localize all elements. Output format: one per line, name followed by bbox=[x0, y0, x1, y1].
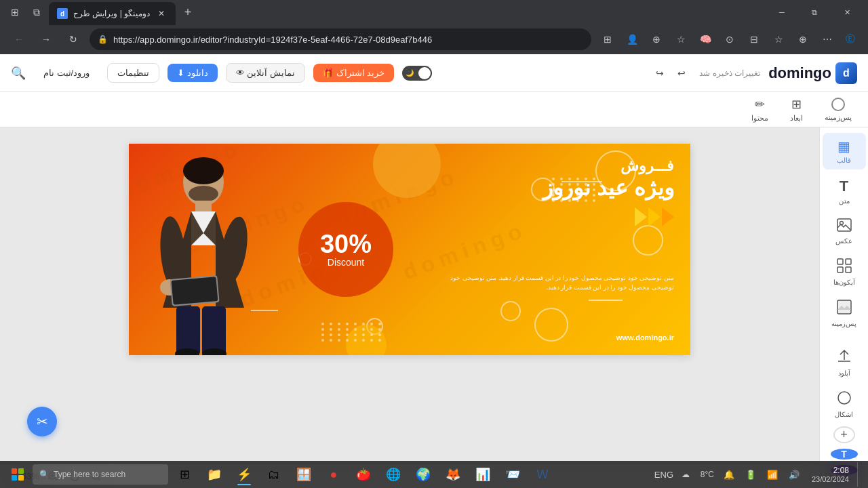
banner-title-area: فـــروش ویژه عید نوروز bbox=[430, 157, 674, 226]
arrow-1 bbox=[662, 207, 674, 226]
taskbar-app-pomodoro[interactable]: 🍅 bbox=[350, 462, 377, 487]
preview-btn[interactable]: نمایش آنلاین 👁 bbox=[226, 63, 305, 83]
banner[interactable]: domingo domingo domingo domingo domingo bbox=[129, 144, 690, 355]
sidebar-tool-shapes[interactable]: اشکال bbox=[823, 385, 866, 424]
taskbar-app-task-view[interactable]: ⊞ bbox=[171, 462, 198, 487]
dimensions-tool-icon: ⊞ bbox=[791, 97, 802, 112]
tab-close-btn[interactable]: ✕ bbox=[155, 7, 167, 20]
taskbar-clock[interactable]: 2:08 23/02/2024 bbox=[806, 466, 854, 483]
network-icon[interactable]: 📶 bbox=[763, 462, 782, 487]
browser-ext1-btn[interactable]: ⊙ bbox=[719, 28, 741, 50]
add-app-btn[interactable]: ⊕ bbox=[646, 28, 667, 50]
tool-dimensions[interactable]: ⊞ ابعاد bbox=[790, 97, 803, 123]
sidebar-tool-icons[interactable]: آیکون‌ها bbox=[823, 253, 866, 291]
sidebar-tool-text[interactable]: T متن bbox=[823, 172, 866, 210]
download-btn[interactable]: دانلود ⬇ bbox=[167, 64, 218, 82]
start-btn[interactable] bbox=[5, 462, 30, 487]
maximize-btn[interactable]: ⧉ bbox=[799, 1, 830, 23]
undo-btn[interactable]: ↩ bbox=[672, 64, 691, 83]
fab-button[interactable]: ✂ bbox=[27, 407, 57, 436]
collections-btn2[interactable]: ⊕ bbox=[792, 28, 814, 50]
arrow-decorations bbox=[430, 207, 674, 226]
shapes-label: اشکال bbox=[835, 411, 853, 418]
taskbar-app-edge[interactable]: ⚡ bbox=[231, 462, 258, 487]
tool-background[interactable]: پس‌زمینه bbox=[825, 98, 852, 122]
active-tab[interactable]: d دومینگو | ویرایش طرح ✕ bbox=[49, 2, 176, 25]
url-bar[interactable]: 🔒 https://app.domingo.ir/editor?industry… bbox=[90, 28, 591, 50]
tab-switcher-btn[interactable]: ⧉ bbox=[27, 3, 46, 22]
taskbar-app-greenapp[interactable]: 📊 bbox=[469, 462, 496, 487]
svg-point-1 bbox=[183, 157, 224, 184]
main-area: domingo domingo domingo domingo domingo bbox=[0, 127, 868, 464]
new-tab-btn[interactable]: ⊞ bbox=[5, 3, 24, 22]
tab-bar: ⊞ ⧉ d دومینگو | ویرایش طرح ✕ + ─ ⧉ ✕ bbox=[0, 0, 868, 24]
sidebar-tool-upload[interactable]: آپلود bbox=[823, 344, 866, 382]
security-icon: 🔒 bbox=[98, 35, 108, 44]
favorites-bar-btn[interactable]: ☆ bbox=[768, 28, 789, 50]
header-search-icon[interactable]: 🔍 bbox=[11, 66, 26, 81]
chrome-icon: 🌐 bbox=[386, 467, 401, 482]
weather-icon[interactable]: ☁ bbox=[676, 462, 695, 487]
sidebar-tool-image[interactable]: عکس bbox=[823, 213, 866, 250]
tool-content[interactable]: ✏ محتوا bbox=[751, 97, 768, 123]
language-icon[interactable]: ENG bbox=[654, 462, 673, 487]
login-btn[interactable]: ورود/ثبت نام bbox=[34, 64, 99, 82]
minimize-btn[interactable]: ─ bbox=[766, 1, 797, 23]
favorites-btn[interactable]: ☆ bbox=[670, 28, 692, 50]
refresh-btn[interactable]: ↻ bbox=[62, 28, 84, 50]
subscribe-btn[interactable]: خرید اشتراک 🎁 bbox=[313, 64, 394, 82]
moon-icon: 🌙 bbox=[406, 69, 414, 77]
sidebar-btn[interactable]: ⊟ bbox=[743, 28, 765, 50]
new-tab-plus-btn[interactable]: + bbox=[178, 3, 197, 22]
address-bar: ← → ↻ 🔒 https://app.domingo.ir/editor?in… bbox=[0, 24, 868, 54]
edge-copilot-btn[interactable]: Ⓔ bbox=[841, 30, 860, 49]
taskbar-app-red[interactable]: ● bbox=[320, 462, 347, 487]
back-btn[interactable]: ← bbox=[8, 28, 30, 50]
notifications-icon[interactable]: 🔔 bbox=[719, 462, 738, 487]
banner-website: www.domingo.ir bbox=[430, 333, 674, 342]
sidebar-add-btn[interactable]: + bbox=[833, 426, 855, 443]
red-app-icon: ● bbox=[330, 468, 338, 482]
more-btn[interactable]: ⋯ bbox=[816, 28, 838, 50]
close-btn[interactable]: ✕ bbox=[831, 1, 863, 23]
ext-translate-btn[interactable]: T bbox=[831, 449, 858, 460]
banner-content: فـــروش ویژه عید نوروز متن توضیحی خود تو… bbox=[129, 144, 690, 355]
task-view-icon: ⊞ bbox=[180, 467, 190, 482]
forward-btn[interactable]: → bbox=[35, 28, 57, 50]
taskbar-app-store[interactable]: 🪟 bbox=[290, 462, 317, 487]
toggle-knob bbox=[418, 67, 431, 79]
svg-rect-14 bbox=[176, 306, 200, 355]
edge-icon: ⚡ bbox=[237, 467, 252, 482]
canvas-wrapper[interactable]: domingo domingo domingo domingo domingo bbox=[129, 144, 690, 355]
canvas-area[interactable]: domingo domingo domingo domingo domingo bbox=[0, 127, 819, 464]
collections-btn[interactable]: 🧠 bbox=[694, 28, 716, 50]
right-sidebar: ▦ قالب T متن عکس آیکون‌ها پس‌زمینه bbox=[819, 127, 868, 464]
taskbar-search-box[interactable]: 🔍 Type here to search bbox=[33, 464, 168, 485]
theme-toggle[interactable]: 🌙 bbox=[402, 66, 432, 81]
banner-sale-label: فـــروش bbox=[430, 157, 674, 175]
extensions-btn[interactable]: ⊞ bbox=[597, 28, 618, 50]
taskbar-app-file-explorer[interactable]: 📁 bbox=[201, 462, 228, 487]
taskbar-app-folder[interactable]: 🗂 bbox=[260, 462, 288, 487]
tab-favicon: d bbox=[57, 8, 68, 19]
redo-btn[interactable]: ↪ bbox=[650, 64, 669, 83]
taskbar-search-text: Type here to search bbox=[54, 470, 125, 479]
pomodoro-icon: 🍅 bbox=[356, 467, 371, 482]
folder-icon: 🗂 bbox=[268, 468, 280, 482]
taskbar-app-chrome[interactable]: 🌐 bbox=[380, 462, 407, 487]
battery-icon[interactable]: 🔋 bbox=[741, 462, 760, 487]
sidebar-tool-template[interactable]: ▦ قالب bbox=[823, 133, 866, 169]
taskbar-app-firefox[interactable]: 🦊 bbox=[439, 462, 467, 487]
temp-display[interactable]: 8°C bbox=[698, 462, 717, 487]
banner-center: 30% Discount bbox=[278, 144, 414, 355]
show-desktop-btn[interactable] bbox=[857, 462, 863, 487]
taskbar-app-mail[interactable]: 📨 bbox=[499, 462, 526, 487]
volume-icon[interactable]: 🔊 bbox=[785, 462, 804, 487]
svg-rect-23 bbox=[846, 267, 851, 272]
save-status: تغییرات ذخیره شد bbox=[699, 68, 760, 78]
taskbar-app-word[interactable]: W bbox=[529, 462, 556, 487]
settings-btn[interactable]: تنظیمات bbox=[107, 63, 159, 83]
sidebar-tool-background[interactable]: پس‌زمینه bbox=[823, 294, 866, 333]
profile-btn[interactable]: 👤 bbox=[621, 28, 643, 50]
taskbar-app-browser2[interactable]: 🌍 bbox=[410, 462, 437, 487]
